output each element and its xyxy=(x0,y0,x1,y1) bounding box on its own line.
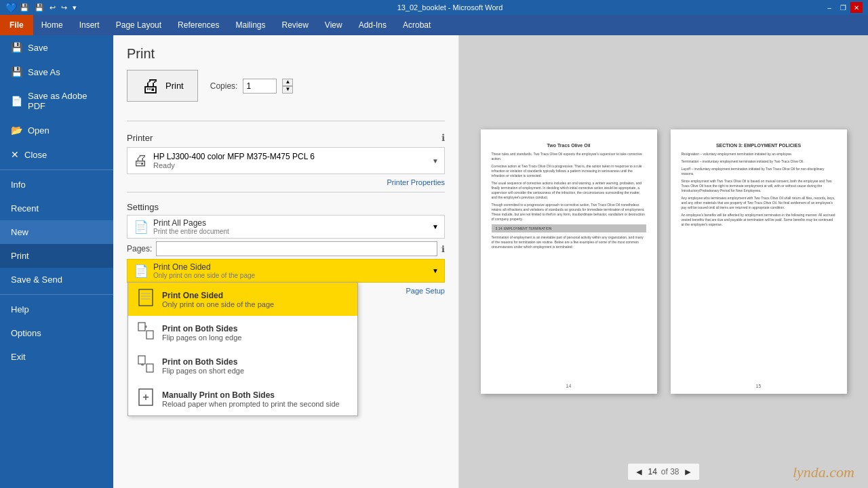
sidebar-item-label-close: Close xyxy=(24,150,47,160)
sidebar-item-label-open: Open xyxy=(28,125,50,136)
printer-info: HP LJ300-400 color MFP M375-M475 PCL 6 R… xyxy=(153,152,427,169)
dropdown-item-text-manual: Manually Print on Both Sides Reload pape… xyxy=(162,390,349,408)
sidebar-item-label-exit: Exit xyxy=(11,352,26,362)
dropdown-item-manual[interactable]: Manually Print on Both Sides Reload pape… xyxy=(128,382,357,415)
dropdown-item-both-long[interactable]: Print on Both Sides Flip pages on long e… xyxy=(128,316,357,349)
watermark: lynda.com xyxy=(793,464,854,481)
printer-properties-link[interactable]: Printer Properties xyxy=(127,178,445,186)
tab-page-layout[interactable]: Page Layout xyxy=(108,15,170,35)
setting-print-pages-text: Print All Pages Print the entire documen… xyxy=(153,218,428,235)
preview-area: Two Tracs Olive Oil These rules and stan… xyxy=(459,35,868,488)
sidebar-item-label-save-send: Save & Send xyxy=(11,274,62,285)
setting-print-pages[interactable]: 📄 Print All Pages Print the entire docum… xyxy=(127,215,445,239)
tab-mailings[interactable]: Mailings xyxy=(227,15,273,35)
tab-insert[interactable]: Insert xyxy=(71,15,108,35)
dropdown-item-sub-both-short: Flip pages on short edge xyxy=(162,367,349,375)
pages-label: Pages: xyxy=(127,244,152,253)
close-icon: ✕ xyxy=(11,149,19,160)
title-bar: 💙 💾 💾 ↩ ↪ ▾ 13_02_booklet - Microsoft Wo… xyxy=(0,0,868,15)
window-controls[interactable]: – ❐ ✕ xyxy=(823,2,863,13)
left-para-4: Though committed to a progressive approa… xyxy=(492,203,646,222)
tab-view[interactable]: View xyxy=(317,15,351,35)
right-page-title: SECTION 3: EMPLOYMENT POLICIES xyxy=(682,143,836,148)
left-page-number: 14 xyxy=(566,384,572,388)
prev-page-button[interactable]: ◄ xyxy=(635,466,644,477)
copies-input[interactable] xyxy=(243,79,277,94)
copies-decrement[interactable]: ▼ xyxy=(282,86,293,94)
close-button[interactable]: ✕ xyxy=(850,2,863,13)
printer-info-icon[interactable]: ℹ xyxy=(441,132,445,143)
open-icon: 📂 xyxy=(11,125,22,136)
pages-info-icon[interactable]: ℹ xyxy=(441,244,445,254)
sidebar-item-save-as[interactable]: 💾 Save As xyxy=(0,60,113,84)
dropdown-item-sub-manual: Reload paper when prompted to print the … xyxy=(162,400,349,408)
print-pages-icon: 📄 xyxy=(133,220,149,235)
sidebar-item-label-options: Options xyxy=(11,328,41,338)
dropdown-item-one-sided[interactable]: Print One Sided Only print on one side o… xyxy=(128,283,357,316)
right-para-5: Any employee who terminates employment w… xyxy=(682,196,836,210)
tab-home[interactable]: Home xyxy=(33,15,71,35)
sidebar-item-label-recent: Recent xyxy=(11,203,39,214)
tab-references[interactable]: References xyxy=(170,15,227,35)
pages-input[interactable] xyxy=(156,241,437,256)
sidebar-item-label-print: Print xyxy=(11,251,29,261)
restore-button[interactable]: ❐ xyxy=(837,2,849,13)
dropdown-icon-both-long xyxy=(136,321,155,344)
sidebar-item-save[interactable]: 💾 Save xyxy=(0,35,113,60)
pages-container: Two Tracs Olive Oil These rules and stan… xyxy=(481,129,847,394)
copies-stepper: ▲ ▼ xyxy=(282,79,293,94)
page-preview-left: Two Tracs Olive Oil These rules and stan… xyxy=(481,129,657,394)
dropdown-icon-manual xyxy=(136,388,155,410)
right-page-number: 15 xyxy=(756,384,762,388)
tab-acrobat[interactable]: Acrobat xyxy=(395,15,439,35)
watermark-text: lynda xyxy=(793,464,826,481)
settings-label: Settings xyxy=(113,198,458,215)
next-page-button[interactable]: ► xyxy=(684,466,693,477)
svg-rect-4 xyxy=(138,323,145,331)
left-page-highlight: 3.14: EMPLOYMENT TERMINATION xyxy=(492,224,646,232)
left-page-title: Two Tracs Olive Oil xyxy=(492,143,646,148)
main-layout: 💾 Save 💾 Save As 📄 Save as Adobe PDF 📂 O… xyxy=(0,35,868,488)
minimize-button[interactable]: – xyxy=(823,2,835,13)
dropdown-icon-both-short xyxy=(136,354,155,377)
sidebar-item-info[interactable]: Info xyxy=(0,173,113,197)
dropdown-item-text-both-short: Print on Both Sides Flip pages on short … xyxy=(162,357,349,375)
sidebar-item-close[interactable]: ✕ Close xyxy=(0,142,113,167)
save-pdf-icon: 📄 xyxy=(11,96,22,106)
sidebar-item-recent[interactable]: Recent xyxy=(0,197,113,220)
setting-duplex[interactable]: 📄 Print One Sided Only print on one side… xyxy=(127,259,445,283)
right-para-2: Termination – involuntary employment ter… xyxy=(682,159,836,164)
printer-row[interactable]: 🖨 HP LJ300-400 color MFP M375-M475 PCL 6… xyxy=(127,147,445,174)
sidebar-item-exit[interactable]: Exit xyxy=(0,345,113,369)
copies-label: Copies: xyxy=(210,81,238,91)
setting-print-pages-main: Print All Pages xyxy=(153,218,428,228)
sidebar-item-print[interactable]: Print xyxy=(0,244,113,268)
sidebar-item-save-send[interactable]: Save & Send xyxy=(0,268,113,291)
sidebar-item-label-save-pdf: Save as Adobe PDF xyxy=(28,91,102,111)
copies-increment[interactable]: ▲ xyxy=(282,79,293,86)
sidebar-item-new[interactable]: New xyxy=(0,220,113,244)
page-preview-right: SECTION 3: EMPLOYMENT POLICIES Resignati… xyxy=(671,129,847,394)
sidebar-item-label-help: Help xyxy=(11,304,29,314)
print-copies-row: 🖨 Print Copies: ▲ ▼ xyxy=(127,70,445,102)
printer-icon: 🖨 xyxy=(133,152,148,169)
print-button[interactable]: 🖨 Print xyxy=(127,70,198,102)
dropdown-item-both-short[interactable]: Print on Both Sides Flip pages on short … xyxy=(128,349,357,382)
tab-review[interactable]: Review xyxy=(273,15,316,35)
print-icon: 🖨 xyxy=(141,75,160,97)
printer-dropdown-arrow[interactable]: ▼ xyxy=(432,157,439,165)
dropdown-item-sub-both-long: Flip pages on long edge xyxy=(162,333,349,342)
sidebar-item-save-pdf[interactable]: 📄 Save as Adobe PDF xyxy=(0,84,113,118)
divider-1 xyxy=(127,121,445,121)
watermark-suffix: .com xyxy=(826,464,854,481)
svg-rect-6 xyxy=(138,356,145,364)
sidebar-item-open[interactable]: 📂 Open xyxy=(0,118,113,142)
save-as-icon: 💾 xyxy=(11,66,22,77)
tab-file[interactable]: File xyxy=(0,15,33,35)
sidebar-item-options[interactable]: Options xyxy=(0,321,113,345)
tab-addins[interactable]: Add-Ins xyxy=(351,15,395,35)
left-after-highlight: Termination of employment is an inevitab… xyxy=(492,235,646,249)
dropdown-icon-one-sided xyxy=(136,288,155,310)
sidebar-item-help[interactable]: Help xyxy=(0,298,113,321)
setting-duplex-sub: Only print on one side of the page xyxy=(153,272,428,279)
